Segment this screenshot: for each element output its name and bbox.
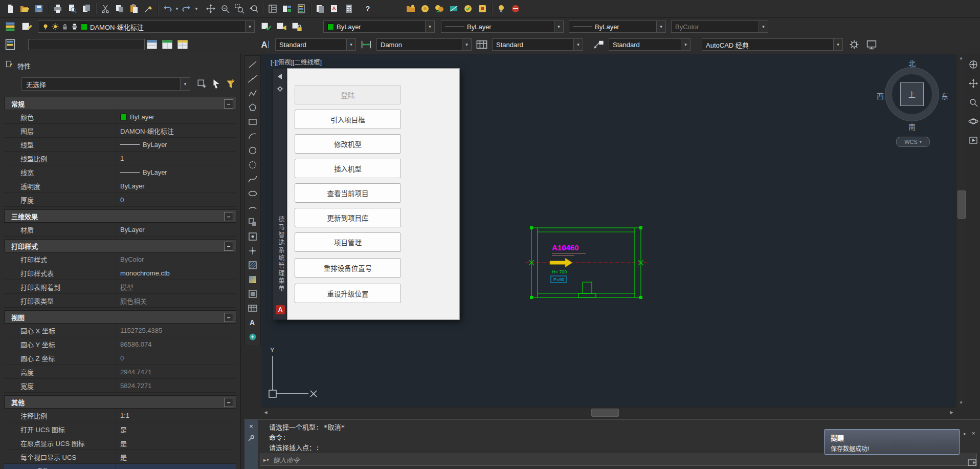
import-project-frame-button[interactable]: 引入项目框: [295, 110, 401, 129]
plot-preview-icon[interactable]: [67, 4, 77, 14]
clean-screen-icon[interactable]: [968, 459, 977, 466]
layer-lock-icon[interactable]: [291, 20, 303, 33]
redo-history-chevron-icon[interactable]: ▾: [194, 3, 199, 15]
select-objects-icon[interactable]: [211, 78, 222, 90]
custom-tool-4-icon[interactable]: [449, 4, 459, 14]
layer-previous-icon[interactable]: [275, 20, 287, 33]
viewcube-top-face[interactable]: 上: [900, 82, 924, 106]
linetype-dropdown[interactable]: ByLayer ▾: [441, 20, 564, 33]
layer-dropdown[interactable]: DAMON-细化标注 ▾: [38, 20, 255, 33]
gradient-icon[interactable]: [248, 274, 258, 285]
vertical-scroll-thumb[interactable]: [957, 190, 966, 219]
designcenter-icon[interactable]: [282, 4, 292, 14]
dialog-gear-icon[interactable]: [276, 85, 284, 93]
custom-tool-8-icon[interactable]: [510, 4, 521, 14]
viewcube-south[interactable]: 南: [908, 121, 916, 132]
command-options-icon[interactable]: ▸ ▾: [263, 457, 269, 463]
color-dropdown[interactable]: ByLayer ▾: [323, 20, 435, 33]
notification-pin-icon[interactable]: ▪: [964, 431, 966, 437]
open-file-icon[interactable]: [19, 4, 30, 14]
add-selected-icon[interactable]: [248, 332, 258, 342]
plugin-quick-input[interactable]: [28, 39, 145, 50]
model-space-canvas[interactable]: [-][俯视][二维线框] 德马智选系统管理菜单 A 登陆 引入项目框 修改机型…: [261, 54, 956, 407]
horizontal-scroll-thumb[interactable]: [591, 409, 619, 417]
section-header[interactable]: 三维效果 –: [4, 209, 236, 223]
rearrange-device-numbers-button[interactable]: 重排设备位置号: [295, 258, 401, 278]
custom-tool-1-icon[interactable]: [406, 4, 416, 14]
machine-drawing[interactable]: A10460 H= 700 P=90: [525, 221, 648, 308]
display-monitor-icon[interactable]: [865, 38, 878, 51]
viewcube-east[interactable]: 东: [941, 91, 948, 101]
scroll-up-arrow[interactable]: ▲: [956, 54, 966, 62]
plugin-tool-3-icon[interactable]: [176, 38, 189, 51]
text-style-dropdown[interactable]: Standard ▾: [275, 38, 356, 51]
undo-history-chevron-icon[interactable]: ▾: [174, 3, 180, 15]
match-properties-icon[interactable]: [143, 4, 153, 14]
navigation-wheel-icon[interactable]: [968, 59, 978, 70]
hatch-icon[interactable]: [248, 260, 258, 270]
ellipse-icon[interactable]: [248, 188, 258, 199]
view-current-project-button[interactable]: 查看当前项目: [295, 183, 401, 203]
selection-dropdown[interactable]: 无选择 ▾: [21, 77, 190, 91]
help-icon[interactable]: ?: [363, 4, 373, 14]
command-window-titlebar[interactable]: ×: [244, 420, 258, 469]
markup-icon[interactable]: [329, 4, 340, 14]
plugin-dialog-titlebar[interactable]: 德马智选系统管理菜单 A: [273, 68, 287, 320]
vertical-scrollbar[interactable]: ▲ ▼: [956, 54, 966, 407]
collapse-icon[interactable]: –: [224, 398, 233, 407]
make-object-layer-current-icon[interactable]: [260, 20, 272, 33]
horizontal-scrollbar[interactable]: ◀ ▶: [261, 407, 956, 417]
quick-calc-icon[interactable]: [344, 4, 354, 14]
table-style-icon[interactable]: [476, 38, 488, 51]
revision-cloud-icon[interactable]: [248, 160, 258, 170]
copy-icon[interactable]: [115, 4, 125, 14]
project-management-button[interactable]: 项目管理: [295, 232, 401, 252]
show-motion-icon[interactable]: [968, 135, 978, 145]
dimension-style-icon[interactable]: [360, 38, 372, 51]
layer-properties-manager-icon[interactable]: [4, 20, 16, 33]
wcs-dropdown[interactable]: WCS ▾: [896, 137, 930, 147]
viewcube-north[interactable]: 北: [908, 58, 916, 68]
spline-icon[interactable]: [248, 174, 258, 184]
table-icon[interactable]: [248, 303, 258, 313]
properties-icon[interactable]: [268, 4, 278, 14]
workspace-dropdown[interactable]: AutoCAD 经典 ▾: [702, 38, 843, 51]
section-header[interactable]: 视图 –: [4, 310, 236, 324]
insert-model-button[interactable]: 插入机型: [295, 159, 401, 178]
make-block-icon[interactable]: [248, 231, 258, 242]
notification-balloon[interactable]: 提醒 保存数据成功!: [824, 429, 960, 455]
paste-icon[interactable]: [129, 4, 139, 14]
zoom-realtime-icon[interactable]: [220, 4, 230, 14]
custom-tool-6-icon[interactable]: [477, 4, 487, 14]
new-file-icon[interactable]: [5, 4, 15, 14]
viewport-controls[interactable]: [-][俯视][二维线框]: [271, 57, 322, 67]
multileader-style-icon[interactable]: [592, 38, 605, 51]
undo-icon[interactable]: [162, 4, 172, 14]
tool-palettes-icon[interactable]: [296, 4, 306, 14]
section-header[interactable]: 打印样式 –: [4, 239, 236, 252]
polygon-icon[interactable]: [248, 102, 258, 113]
collapse-icon[interactable]: –: [224, 242, 233, 251]
custom-tool-5-icon[interactable]: [463, 4, 473, 14]
point-icon[interactable]: [248, 246, 258, 256]
reset-upgrade-position-button[interactable]: 重设升级位置: [295, 284, 401, 303]
plot-icon[interactable]: [53, 4, 63, 14]
line-icon[interactable]: [248, 59, 258, 70]
palette-icon[interactable]: [4, 38, 16, 51]
collapse-icon[interactable]: –: [224, 99, 233, 109]
text-style-icon[interactable]: A: [259, 38, 272, 51]
section-header[interactable]: 常规 –: [4, 97, 236, 110]
ellipse-arc-icon[interactable]: [248, 203, 258, 213]
multileader-style-dropdown[interactable]: Standard ▾: [609, 38, 691, 51]
command-input[interactable]: ▸ ▾ 键入命令: [260, 454, 977, 466]
table-style-dropdown[interactable]: Standard ▾: [492, 38, 583, 51]
update-project-library-button[interactable]: 更新到项目库: [295, 208, 401, 227]
rectangle-icon[interactable]: [248, 117, 258, 127]
login-button[interactable]: 登陆: [295, 85, 401, 104]
plugin-tool-2-icon[interactable]: [161, 38, 173, 51]
redo-icon[interactable]: [182, 4, 192, 14]
sheet-set-icon[interactable]: [315, 4, 325, 14]
lineweight-dropdown[interactable]: ByLayer ▾: [569, 20, 666, 33]
pan-hand-icon[interactable]: [968, 78, 978, 89]
multiline-text-icon[interactable]: A: [248, 317, 258, 328]
